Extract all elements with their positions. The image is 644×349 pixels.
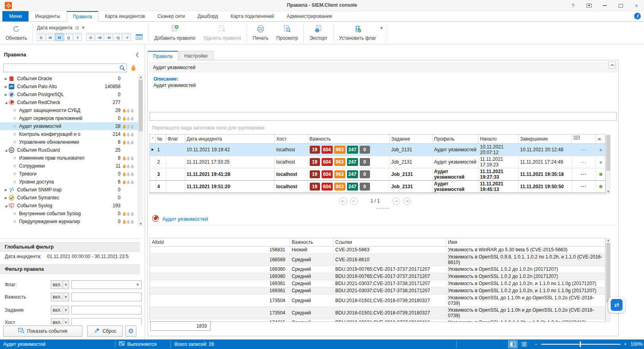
collapse-description-button[interactable] [609,62,616,69]
tree-item[interactable]: Контроль конфигураций и о214 [0,130,138,138]
event-row[interactable]: 311.11.2021 19:41:28localhost19604963247… [150,168,606,180]
zoom-in-button[interactable]: + [624,339,627,349]
tree-item[interactable]: Аудит защищенности СУБД29 [0,106,138,114]
tree-item[interactable]: ◢GСобытия RusGuard25 [0,146,138,154]
filter-settings-button[interactable]: ⚙ [125,326,136,337]
date-range-button-minus-y[interactable]: -Y [123,33,131,41]
date-range-button-q[interactable]: Q [64,33,73,41]
events-column-header[interactable]: Дата инцидента [185,135,274,143]
tree-item[interactable]: Тревоги0 [0,170,138,178]
grid-filter-input[interactable] [150,112,616,120]
zoom-out-button[interactable]: − [535,339,537,349]
search-icon[interactable] [119,65,125,72]
card-view-button[interactable] [508,341,517,348]
vulnerability-row[interactable]: 173504СреднийBDU:2018-01501;CVE-2018-073… [150,307,606,319]
tree-item[interactable]: ▶События Symantec0 [0,194,138,202]
filter-mode-select[interactable]: вкл.▼ [51,306,69,314]
prev-page-button[interactable]: ← [350,197,358,205]
link-column-icon[interactable]: ∞ [596,135,606,143]
tree-expander-icon[interactable]: ▶ [3,85,9,89]
filter-mode-select[interactable]: вкл.▼ [51,280,69,289]
date-range-button-w[interactable]: W [46,33,54,41]
minimize-button[interactable] [600,2,609,10]
panel-splitter[interactable]: ······ [148,206,618,212]
event-row[interactable]: ▶110.11.2021 19:19:42localhost1960496324… [150,143,606,156]
row-indicator-header[interactable]: * [150,135,155,143]
vulnerability-row[interactable]: 168569СреднийCVE-2016-8610Уязвимость в O… [150,253,606,266]
tree-scrollbar[interactable]: ▲ ▼ [138,75,143,226]
tree-item[interactable]: ▶События SNMP-trap0 [0,186,138,194]
date-range-button-d[interactable]: D [37,33,45,41]
gear-icon[interactable]: ⚙ [75,25,80,31]
next-page-button[interactable]: → [393,197,400,205]
tree-expander-icon[interactable]: ▶ [3,77,9,81]
main-tab-settings[interactable]: Настройки [179,51,213,60]
reset-button[interactable]: Сброс [87,326,123,337]
notes-column-icon[interactable] [572,135,596,143]
tree-item[interactable]: Аудит серверов приложений0 [0,114,138,122]
tree-item[interactable]: Предупреждения журналир0 [0,218,138,226]
event-row[interactable]: 211.11.2021 17:33:25localhost19604963247… [150,156,606,168]
tree-item[interactable]: ▶События Palo Alto140858 [0,83,138,91]
tree-expander-icon[interactable]: ◢ [3,204,9,208]
details-column-header[interactable]: Имя [446,238,606,246]
show-events-button[interactable]: Показать события [3,326,82,337]
events-column-header[interactable]: Хост [274,135,308,143]
window-mode-button[interactable] [585,2,593,10]
zoom-slider[interactable] [541,344,621,345]
add-rule-button[interactable]: Добавить правило [150,23,199,43]
set-flag-button[interactable]: Установить флаг [335,23,380,43]
tree-expander-icon[interactable]: ◢ [3,148,9,152]
events-column-header[interactable]: Профиль [432,135,478,143]
menu-tab-connection-map[interactable]: Карта подключений [224,11,280,21]
events-column-header[interactable]: Задание [389,135,432,143]
menu-tab-administration[interactable]: Администрирование [280,11,338,21]
filter-mode-select[interactable]: вкл.▼ [51,318,69,325]
tree-expander-icon[interactable]: ◢ [3,101,9,104]
tree-item[interactable]: Управление обновлениями6 [0,138,138,146]
tree-item[interactable]: Уровни доступа6 [0,178,138,186]
details-column-header[interactable]: AltxId [150,238,289,246]
close-button[interactable]: × [632,2,641,10]
filter-value-input[interactable] [71,318,142,325]
zoom-slider-thumb[interactable] [580,341,581,347]
menu-tab-incidents[interactable]: Инциденты [29,11,66,21]
tree-item[interactable]: Внутренние события Syslog0 [0,210,138,218]
refresh-button[interactable]: Обновить [2,23,31,43]
event-row[interactable]: 411.11.2021 19:51:20localhost19604963247… [150,180,606,193]
tree-item[interactable]: Сотрудники11 [0,162,138,170]
first-page-button[interactable]: ⇤ [339,197,347,205]
calendar-button[interactable] [134,33,144,41]
filter-mode-select[interactable]: вкл.▼ [51,293,69,301]
date-range-button-m[interactable]: M [55,33,63,41]
tree-item[interactable]: Изменение прав пользовател8 [0,154,138,162]
menu-tab-incident-map[interactable]: Карта инцидентов [98,11,151,21]
filter-value-input[interactable] [71,306,142,314]
events-column-header[interactable]: Завершение [518,135,572,143]
details-title-link[interactable]: Аудит уязвимостей [162,216,208,222]
date-range-button-minus-q[interactable]: -Q [113,33,122,41]
tree-item[interactable]: ◢События Syslog193 [0,202,138,210]
events-column-header[interactable]: № [155,135,166,143]
tree-item[interactable]: ▶События Oracle0 [0,75,138,83]
vulnerability-row[interactable]: 169361СреднийBDU:2021-03037;CVE-2017-373… [150,280,606,287]
tree-item[interactable]: ◢События RedCheck277 [0,98,138,106]
vulnerability-row[interactable]: 169360СреднийBDU:2019-00765;CVE-2017-373… [150,273,606,280]
menu-tab-menu[interactable]: Меню [2,11,29,21]
date-range-button-minus-w[interactable]: -W [95,33,104,41]
tree-item[interactable]: Аудит уязвимостей28 [0,122,138,130]
filter-value-input[interactable]: ▼ [71,280,142,289]
events-column-header[interactable]: Начало [478,135,518,143]
date-range-button-minus-m[interactable]: -M [104,33,113,41]
maximize-button[interactable] [616,2,625,10]
chevron-down-icon[interactable]: ▼ [82,26,84,30]
tree-expander-icon[interactable]: ▶ [3,188,9,192]
events-column-header[interactable]: Важность [308,135,389,143]
menu-tab-dashboard[interactable]: Дашборд [191,11,224,21]
vulnerability-row[interactable]: 169360СреднийBDU:2019-00765;CVE-2017-373… [150,266,606,273]
events-column-header[interactable]: Флаг [166,135,185,143]
export-button[interactable]: Экспорт [305,23,331,43]
tree-expander-icon[interactable]: ▶ [3,196,9,200]
vulnerability-row[interactable]: 174215СреднийBDU:2019-00021;CVE-2018-073… [150,319,606,322]
last-page-button[interactable]: ⇥ [403,197,411,205]
